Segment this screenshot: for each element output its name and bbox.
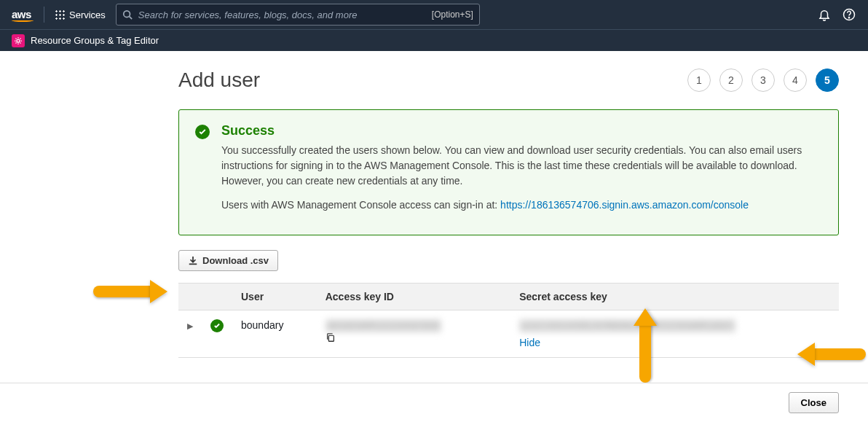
help-icon[interactable] — [842, 7, 856, 22]
global-search[interactable]: [Option+S] — [116, 4, 480, 26]
svg-rect-6 — [328, 335, 334, 341]
alert-body-1: You successfully created the users shown… — [221, 143, 822, 189]
step-4[interactable]: 4 — [784, 69, 807, 92]
page-title: Add user — [178, 69, 260, 92]
hide-secret-link[interactable]: Hide — [519, 337, 540, 348]
step-2[interactable]: 2 — [719, 69, 743, 92]
svg-point-4 — [17, 39, 20, 42]
wizard-steps: 1 2 3 4 5 — [687, 69, 839, 92]
footer-bar: Close — [0, 383, 868, 416]
search-icon — [122, 9, 133, 20]
success-alert: Success You successfully created the use… — [178, 109, 839, 235]
alert-heading: Success — [221, 123, 822, 138]
resource-groups-icon — [12, 34, 25, 47]
step-5[interactable]: 5 — [816, 69, 839, 92]
step-1[interactable]: 1 — [687, 69, 711, 92]
cell-secret: wJalrXUtnFEMI/K7MDENG/bPxRfiCYEXAMPLEKEY… — [510, 310, 839, 358]
divider — [44, 7, 44, 23]
alert-body-2: Users with AWS Management Console access… — [221, 198, 822, 213]
services-label: Services — [69, 9, 106, 20]
signin-url-link[interactable]: https://186136574706.signin.aws.amazon.c… — [500, 199, 749, 211]
search-shortcut: [Option+S] — [432, 9, 473, 20]
table-row: ▶ boundary AKIAEXAMPLE1234567890 wJalrXU… — [178, 310, 839, 358]
download-csv-button[interactable]: Download .csv — [178, 250, 278, 271]
svg-point-0 — [124, 11, 130, 17]
cell-user: boundary — [232, 310, 317, 358]
step-3[interactable]: 3 — [751, 69, 775, 92]
download-icon — [188, 256, 198, 266]
col-secret: Secret access key — [510, 284, 839, 310]
notifications-icon[interactable] — [817, 7, 832, 22]
expand-row-icon[interactable]: ▶ — [187, 321, 193, 330]
resource-groups-link[interactable]: Resource Groups & Tag Editor — [31, 35, 159, 46]
page-content: Add user 1 2 3 4 5 Success You successfu… — [0, 51, 868, 416]
svg-point-3 — [848, 17, 849, 18]
copy-access-key-icon[interactable] — [326, 332, 502, 343]
col-user: User — [232, 284, 317, 310]
col-access-key: Access key ID — [317, 284, 510, 310]
svg-rect-5 — [189, 263, 197, 265]
secret-value: wJalrXUtnFEMI/K7MDENG/bPxRfiCYEXAMPLEKEY — [519, 319, 735, 332]
success-icon — [195, 125, 210, 139]
sub-nav: Resource Groups & Tag Editor — [0, 29, 868, 51]
access-key-value: AKIAEXAMPLE1234567890 — [326, 319, 442, 332]
search-input[interactable] — [138, 9, 426, 20]
aws-logo[interactable]: aws — [12, 8, 33, 22]
col-status — [202, 284, 232, 310]
cell-access-key: AKIAEXAMPLE1234567890 — [317, 310, 510, 358]
credentials-table: User Access key ID Secret access key ▶ b… — [178, 283, 839, 358]
close-button[interactable]: Close — [789, 392, 839, 413]
status-ok-icon — [210, 319, 224, 332]
top-nav: aws Services [Option+S] — [0, 0, 868, 29]
services-menu[interactable]: Services — [55, 9, 106, 20]
col-expand — [178, 284, 202, 310]
grid-icon — [55, 9, 65, 20]
svg-line-1 — [129, 17, 132, 20]
